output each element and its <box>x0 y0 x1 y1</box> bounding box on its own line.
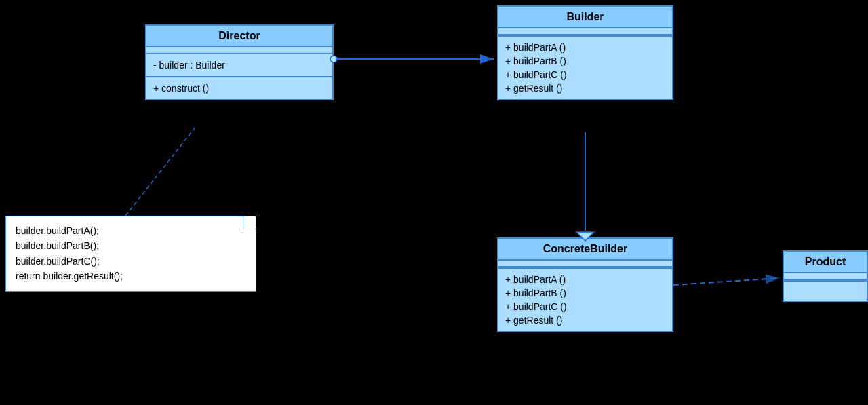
concrete-to-product-line <box>673 278 779 285</box>
builder-method-3: + buildPartC () <box>505 68 665 81</box>
note-to-director-line <box>125 126 197 216</box>
note-line-2: builder.buildPartB(); <box>16 238 246 253</box>
note-line-3: builder.buildPartC(); <box>16 254 246 269</box>
builder-method-1: + buildPartA () <box>505 41 665 54</box>
concrete-builder-methods: + buildPartA () + buildPartB () + buildP… <box>498 269 672 331</box>
director-method-1: + construct () <box>153 81 326 95</box>
note-box: builder.buildPartA(); builder.buildPartB… <box>5 216 256 292</box>
concrete-method-1: + buildPartA () <box>505 273 665 286</box>
product-class: Product <box>783 250 868 302</box>
arrows-overlay <box>0 0 868 405</box>
diagram-container: Director - builder : Builder + construct… <box>0 0 868 405</box>
note-line-1: builder.buildPartA(); <box>16 223 246 238</box>
concrete-builder-title: ConcreteBuilder <box>498 239 672 261</box>
director-title: Director <box>146 26 332 47</box>
builder-attr-section <box>498 28 672 35</box>
product-body <box>784 280 867 301</box>
director-class: Director - builder : Builder + construct… <box>145 24 334 100</box>
director-body: - builder : Builder <box>146 54 332 76</box>
builder-title: Builder <box>498 7 672 28</box>
builder-method-4: + getResult () <box>505 81 665 95</box>
builder-method-2: + buildPartB () <box>505 54 665 68</box>
concrete-builder-attr-section <box>498 261 672 267</box>
director-attr-section <box>146 47 332 54</box>
concrete-builder-class: ConcreteBuilder + buildPartA () + buildP… <box>497 237 673 332</box>
director-methods: + construct () <box>146 77 332 99</box>
director-attr-1: - builder : Builder <box>153 58 326 72</box>
product-title: Product <box>784 252 867 273</box>
note-line-4: return builder.getResult(); <box>16 269 246 284</box>
builder-class: Builder + buildPartA () + buildPartB () … <box>497 5 673 100</box>
concrete-method-3: + buildPartC () <box>505 300 665 313</box>
concrete-method-4: + getResult () <box>505 313 665 327</box>
builder-methods: + buildPartA () + buildPartB () + buildP… <box>498 37 672 99</box>
concrete-method-2: + buildPartB () <box>505 286 665 300</box>
product-attr-section <box>784 273 867 280</box>
